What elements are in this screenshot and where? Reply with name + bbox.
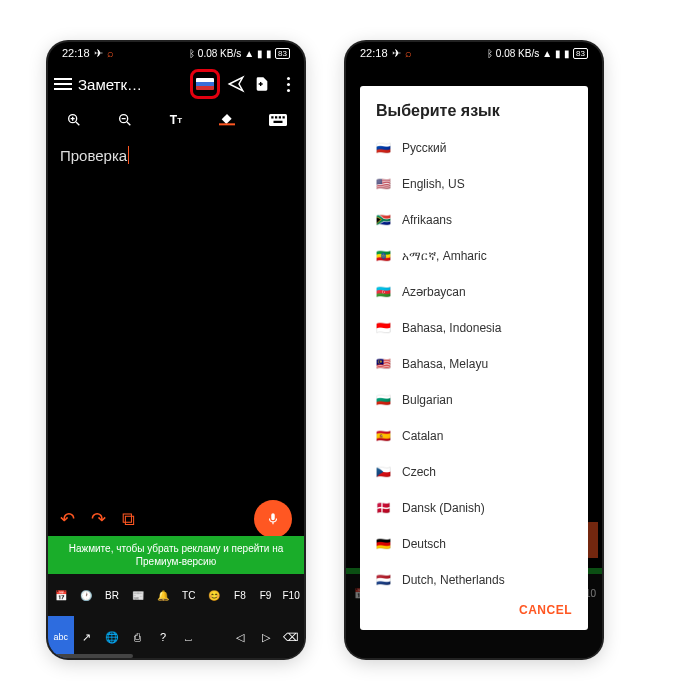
zoom-in-icon[interactable] (64, 110, 84, 130)
language-name: Deutsch (402, 537, 446, 551)
telegram-icon: ✈ (94, 47, 103, 60)
flag-icon: 🇲🇾 (376, 357, 392, 371)
dialog-actions: CANCEL (360, 590, 588, 630)
language-item[interactable]: 🇺🇸English, US (360, 166, 588, 202)
net-speed: 0.08 KB/s (198, 48, 241, 59)
flag-icon: 🇺🇸 (376, 177, 392, 191)
language-name: English, US (402, 177, 465, 191)
language-item[interactable]: 🇩🇰Dansk (Danish) (360, 490, 588, 526)
cancel-button[interactable]: CANCEL (519, 603, 572, 617)
bt-icon: ᛒ (189, 48, 195, 59)
signal-icon: ▮ (257, 48, 263, 59)
zoom-out-icon[interactable] (115, 110, 135, 130)
language-item[interactable]: 🇪🇸Catalan (360, 418, 588, 454)
language-item[interactable]: 🇮🇩Bahasa, Indonesia (360, 310, 588, 346)
svg-rect-5 (275, 116, 277, 118)
kb-key[interactable]: ⎙ (125, 616, 151, 658)
kb-key[interactable]: 😊 (202, 574, 228, 616)
kb-key[interactable]: F8 (227, 574, 253, 616)
flag-icon: 🇳🇱 (376, 573, 392, 587)
kb-key[interactable]: abc (48, 616, 74, 658)
kb-key[interactable]: ▷ (253, 616, 279, 658)
flag-icon: 🇨🇿 (376, 465, 392, 479)
keyboard[interactable]: 📅🕐BR📰🔔TC😊F8F9F10 abc↗🌐⎙?⎵◁▷⌫ (48, 574, 304, 658)
language-item[interactable]: 🇩🇪Deutsch (360, 526, 588, 562)
kb-key[interactable] (202, 616, 228, 658)
copy-icon[interactable]: ⧉ (122, 509, 135, 530)
language-name: Azərbaycan (402, 285, 466, 299)
russia-flag-icon (196, 78, 214, 90)
app-bar: Заметк… (48, 64, 304, 104)
kb-key[interactable]: ↗ (74, 616, 100, 658)
kb-key[interactable]: F10 (278, 574, 304, 616)
app-title: Заметк… (78, 76, 142, 93)
kb-key[interactable]: ◁ (227, 616, 253, 658)
flag-icon: 🇩🇰 (376, 501, 392, 515)
language-item[interactable]: 🇳🇱Dutch, Netherlands (360, 562, 588, 590)
send-icon[interactable] (226, 74, 246, 94)
kb-key[interactable]: BR (99, 574, 125, 616)
redo-icon[interactable]: ↷ (91, 508, 106, 530)
keyboard-icon[interactable] (268, 110, 288, 130)
kb-key[interactable]: ⎵ (176, 616, 202, 658)
kb-scrollbar[interactable] (48, 654, 133, 658)
net-speed: 0.08 KB/s (496, 48, 539, 59)
flag-icon: 🇿🇦 (376, 213, 392, 227)
status-arrow-icon: ⌕ (107, 47, 114, 59)
kb-key[interactable]: 🌐 (99, 616, 125, 658)
paint-bucket-icon[interactable] (217, 110, 237, 130)
language-item[interactable]: 🇲🇾Bahasa, Melayu (360, 346, 588, 382)
dialog-title: Выберите язык (360, 86, 588, 130)
kb-key[interactable]: TC (176, 574, 202, 616)
svg-rect-8 (274, 121, 283, 123)
text-caret (128, 146, 129, 164)
status-time: 22:18 (360, 47, 388, 59)
status-bar: 22:18✈⌕ ᛒ0.08 KB/s▲▮▮83 (48, 42, 304, 64)
language-list[interactable]: 🇷🇺Русский🇺🇸English, US🇿🇦Afrikaans🇪🇹አማርኛ,… (360, 130, 588, 590)
kb-key[interactable]: F9 (253, 574, 279, 616)
editor-text: Проверка (60, 147, 127, 164)
flag-icon: 🇪🇹 (376, 249, 392, 263)
language-dialog: Выберите язык 🇷🇺Русский🇺🇸English, US🇿🇦Af… (360, 86, 588, 630)
flag-icon: 🇷🇺 (376, 141, 392, 155)
more-icon[interactable] (278, 74, 298, 94)
kb-key[interactable]: 🔔 (150, 574, 176, 616)
language-name: Dutch, Netherlands (402, 573, 505, 587)
svg-rect-2 (219, 123, 235, 125)
menu-icon[interactable] (54, 78, 72, 90)
language-item[interactable]: 🇨🇿Czech (360, 454, 588, 490)
kb-key[interactable]: ? (150, 616, 176, 658)
new-note-icon[interactable] (252, 74, 272, 94)
undo-icon[interactable]: ↶ (60, 508, 75, 530)
wifi-icon: ▲ (244, 48, 254, 59)
flag-icon: 🇧🇬 (376, 393, 392, 407)
mic-button[interactable] (254, 500, 292, 538)
text-format-icon[interactable]: TT (166, 110, 186, 130)
promo-banner[interactable]: Нажмите, чтобы убрать рекламу и перейти … (48, 536, 304, 574)
flag-icon: 🇪🇸 (376, 429, 392, 443)
note-editor[interactable]: Проверка (48, 136, 304, 174)
status-arrow-icon: ⌕ (405, 47, 412, 59)
kb-key[interactable]: ⌫ (278, 616, 304, 658)
language-name: Bahasa, Melayu (402, 357, 488, 371)
kb-key[interactable]: 📅 (48, 574, 74, 616)
flag-icon: 🇦🇿 (376, 285, 392, 299)
status-time: 22:18 (62, 47, 90, 59)
language-item[interactable]: 🇧🇬Bulgarian (360, 382, 588, 418)
svg-rect-6 (279, 116, 281, 118)
language-item[interactable]: 🇿🇦Afrikaans (360, 202, 588, 238)
language-name: አማርኛ, Amharic (402, 249, 487, 263)
language-item[interactable]: 🇷🇺Русский (360, 130, 588, 166)
kb-key[interactable]: 🕐 (74, 574, 100, 616)
kb-key[interactable]: 📰 (125, 574, 151, 616)
bottom-toolbar: ↶ ↷ ⧉ (48, 500, 304, 538)
language-item[interactable]: 🇪🇹አማርኛ, Amharic (360, 238, 588, 274)
flag-icon: 🇩🇪 (376, 537, 392, 551)
language-name: Catalan (402, 429, 443, 443)
status-bar: 22:18✈⌕ ᛒ0.08 KB/s▲▮▮83 (346, 42, 602, 64)
language-name: Dansk (Danish) (402, 501, 485, 515)
svg-rect-3 (269, 114, 287, 126)
signal-icon: ▮ (555, 48, 561, 59)
language-item[interactable]: 🇦🇿Azərbaycan (360, 274, 588, 310)
language-flag-button[interactable] (190, 69, 220, 99)
